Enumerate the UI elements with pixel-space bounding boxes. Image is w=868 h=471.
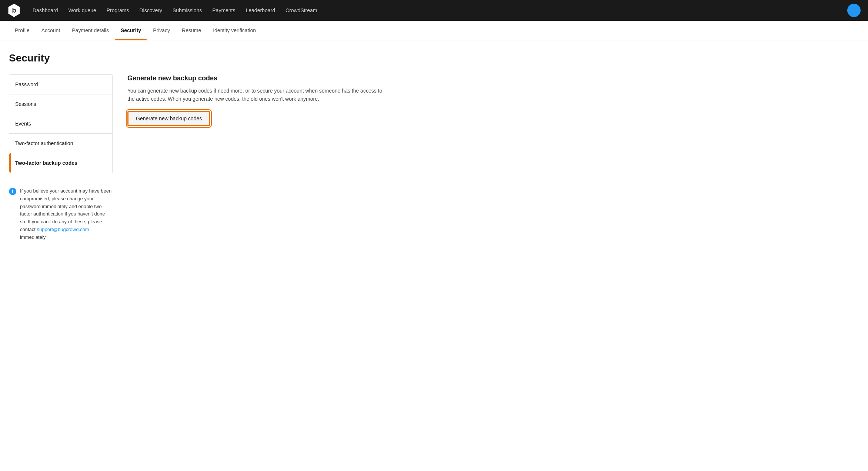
nav-link-dashboard[interactable]: Dashboard [28,4,63,16]
sidebar-item-events[interactable]: Events [9,114,113,133]
tab-privacy[interactable]: Privacy [147,21,176,40]
tab-profile[interactable]: Profile [9,21,36,40]
nav-link-work-queue[interactable]: Work queue [64,4,101,16]
logo[interactable]: b [7,4,21,17]
generate-backup-codes-button[interactable]: Generate new backup codes [127,111,210,126]
tab-security[interactable]: Security [115,21,147,40]
tab-account[interactable]: Account [36,21,66,40]
sidebar-item-sessions[interactable]: Sessions [9,94,113,114]
nav-link-payments[interactable]: Payments [208,4,240,16]
tab-resume[interactable]: Resume [176,21,207,40]
nav-link-discovery[interactable]: Discovery [135,4,166,16]
section-description: You can generate new backup codes if nee… [127,87,387,103]
info-text: If you believe your account may have bee… [20,187,113,241]
info-icon: i [9,188,16,195]
nav-link-programs[interactable]: Programs [102,4,134,16]
nav-links: Dashboard Work queue Programs Discovery … [28,4,847,16]
tab-identity-verification[interactable]: Identity verification [207,21,262,40]
section-title: Generate new backup codes [127,74,435,82]
nav-link-leaderboard[interactable]: Leaderboard [241,4,280,16]
user-avatar[interactable] [847,4,861,17]
info-text-part1: If you believe your account may have bee… [20,188,111,232]
tab-payment-details[interactable]: Payment details [66,21,115,40]
sidebar-item-password[interactable]: Password [9,74,113,94]
main-content: Generate new backup codes You can genera… [127,74,435,241]
sidebar-item-two-factor-auth[interactable]: Two-factor authentication [9,133,113,153]
nav-link-submissions[interactable]: Submissions [168,4,206,16]
sub-nav: Profile Account Payment details Security… [0,21,868,40]
content-layout: Password Sessions Events Two-factor auth… [9,74,435,241]
page-title: Security [9,52,435,64]
sidebar-item-two-factor-backup[interactable]: Two-factor backup codes [9,153,113,173]
top-nav: b Dashboard Work queue Programs Discover… [0,0,868,21]
info-box: i If you believe your account may have b… [9,187,113,241]
logo-letter: b [12,7,16,14]
nav-link-crowdstream[interactable]: CrowdStream [281,4,322,16]
info-text-part2: immediately. [20,234,47,240]
sidebar: Password Sessions Events Two-factor auth… [9,74,113,241]
info-support-link[interactable]: support@bugcrowd.com [37,227,89,232]
page-content: Security Password Sessions Events Two-fa… [0,40,444,253]
